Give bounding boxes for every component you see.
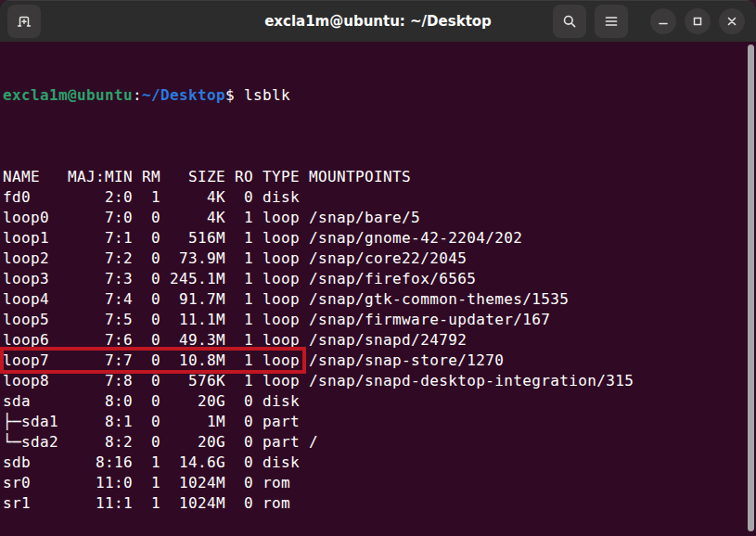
terminal-output-line: loop0 7:0 0 4K 1 loop /snap/bare/5 bbox=[3, 208, 756, 228]
terminal-content[interactable]: excla1m@ubuntu:~/Desktop$ lsblk NAME MAJ… bbox=[0, 42, 756, 536]
titlebar-controls bbox=[553, 5, 745, 38]
prompt-symbol: $ bbox=[225, 86, 244, 104]
lsblk-output: NAME MAJ:MIN RM SIZE RO TYPE MOUNTPOINTS… bbox=[3, 167, 756, 514]
terminal-output-line: loop5 7:5 0 11.1M 1 loop /snap/firmware-… bbox=[3, 310, 756, 330]
terminal-output-line: loop7 7:7 0 10.8M 1 loop /snap/snap-stor… bbox=[3, 351, 756, 371]
search-button[interactable] bbox=[553, 5, 586, 38]
terminal-output-line: fd0 2:0 1 4K 0 disk bbox=[3, 187, 756, 208]
close-icon bbox=[725, 15, 738, 28]
terminal-output-line: loop1 7:1 0 516M 1 loop /snap/gnome-42-2… bbox=[3, 228, 756, 249]
prompt-separator: : bbox=[133, 86, 142, 104]
command-text: lsblk bbox=[244, 86, 290, 104]
hamburger-menu-icon bbox=[604, 14, 619, 29]
terminal-output-line: loop8 7:8 0 576K 1 loop /snap/snapd-desk… bbox=[3, 371, 756, 391]
terminal-window: excla1m@ubuntu: ~/Desktop bbox=[0, 0, 756, 536]
search-icon bbox=[562, 14, 577, 29]
menu-button[interactable] bbox=[595, 5, 628, 38]
terminal-output-line: loop3 7:3 0 245.1M 1 loop /snap/firefox/… bbox=[3, 269, 756, 289]
terminal-output-line: sdb 8:16 1 14.6G 0 disk bbox=[3, 453, 756, 473]
terminal-output-line: loop6 7:6 0 49.3M 1 loop /snap/snapd/247… bbox=[3, 330, 756, 351]
terminal-output-line: sr0 11:0 1 1024M 0 rom bbox=[3, 473, 756, 493]
new-tab-icon bbox=[17, 14, 32, 29]
new-tab-button[interactable] bbox=[7, 5, 41, 38]
maximize-icon bbox=[691, 15, 704, 28]
minimize-icon bbox=[657, 15, 670, 28]
minimize-button[interactable] bbox=[650, 8, 676, 34]
terminal-output-line: loop2 7:2 0 73.9M 1 loop /snap/core22/20… bbox=[3, 249, 756, 269]
scrollbar-thumb[interactable] bbox=[748, 45, 754, 531]
prompt-line-command: excla1m@ubuntu:~/Desktop$ lsblk bbox=[3, 85, 756, 106]
terminal-output-line: └─sda2 8:2 0 20G 0 part / bbox=[3, 432, 756, 453]
prompt-user-host: excla1m@ubuntu bbox=[3, 86, 133, 104]
close-button[interactable] bbox=[719, 8, 745, 34]
titlebar: excla1m@ubuntu: ~/Desktop bbox=[0, 0, 756, 43]
prompt-path: ~/Desktop bbox=[142, 86, 225, 104]
maximize-button[interactable] bbox=[685, 8, 711, 34]
terminal-output-line: sda 8:0 0 20G 0 disk bbox=[3, 391, 756, 412]
terminal-output-line: NAME MAJ:MIN RM SIZE RO TYPE MOUNTPOINTS bbox=[3, 167, 756, 187]
terminal-output-line: sr1 11:1 1 1024M 0 rom bbox=[3, 493, 756, 514]
terminal-output-line: loop4 7:4 0 91.7M 1 loop /snap/gtk-commo… bbox=[3, 289, 756, 310]
terminal-output-line: ├─sda1 8:1 0 1M 0 part bbox=[3, 412, 756, 432]
